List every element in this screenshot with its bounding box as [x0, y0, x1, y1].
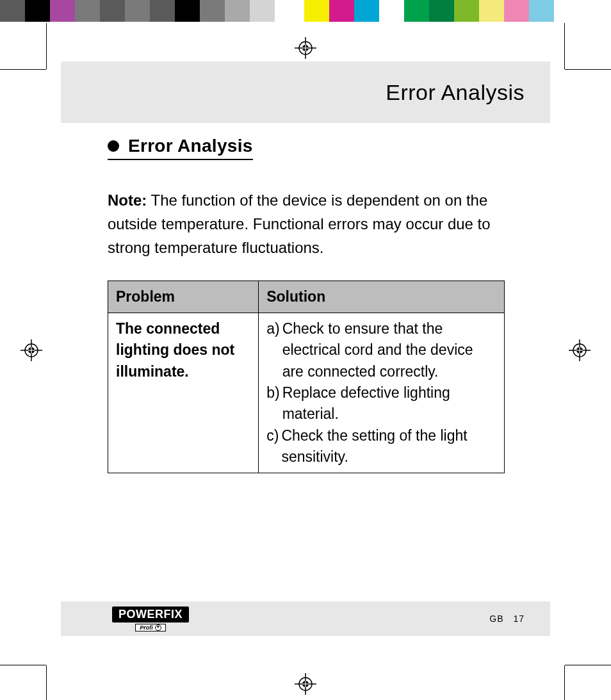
crop-mark [565, 69, 611, 70]
registration-mark-icon [295, 673, 316, 695]
crop-mark [46, 23, 47, 69]
color-swatch [300, 0, 304, 22]
color-swatch [404, 0, 429, 22]
solution-item: b) Replace defective lighting material. [266, 382, 496, 425]
brand-logo-sub: Profi + [135, 624, 166, 631]
table-row: The connected lighting does not illumina… [108, 313, 505, 473]
color-swatch [75, 0, 100, 22]
page-number: GB 17 [489, 614, 525, 624]
crop-mark [565, 665, 611, 665]
solution-text: Check to ensure that the electrical cord… [282, 318, 496, 382]
problem-cell: The connected lighting does not illumina… [108, 313, 259, 473]
color-swatch [379, 0, 404, 22]
color-swatch [25, 0, 50, 22]
color-swatch [50, 0, 75, 22]
page-header-title: Error Analysis [386, 80, 525, 105]
color-swatch [354, 0, 379, 22]
page: Error Analysis Error Analysis Note: The … [0, 0, 611, 700]
color-swatch [429, 0, 454, 22]
color-swatch [275, 0, 300, 22]
color-swatch [329, 0, 354, 22]
note-label: Note: [108, 191, 147, 209]
table-header-problem: Problem [108, 281, 259, 313]
color-swatch [529, 0, 554, 22]
bullet-icon [108, 140, 119, 152]
registration-mark-icon [20, 339, 42, 361]
color-swatch [175, 0, 200, 22]
color-swatch [200, 0, 225, 22]
table-header-solution: Solution [259, 281, 505, 313]
color-swatch [504, 0, 529, 22]
solution-prefix: c) [266, 425, 281, 468]
color-swatch [100, 0, 125, 22]
page-header: Error Analysis [61, 61, 550, 123]
color-swatch [0, 0, 25, 22]
section-heading-text: Error Analysis [128, 136, 253, 156]
solution-text: Replace defective lighting material. [282, 382, 496, 425]
section-heading: Error Analysis [108, 136, 253, 160]
solution-item: a) Check to ensure that the electrical c… [266, 318, 496, 382]
crop-mark [564, 23, 565, 69]
brand-logo-sub-text: Profi [140, 624, 153, 631]
solution-prefix: b) [266, 382, 282, 425]
brand-logo: POWERFIX Profi + [112, 606, 189, 631]
table-header-row: Problem Solution [108, 281, 505, 313]
note-paragraph: Note: The function of the device is depe… [108, 188, 505, 260]
crop-mark [0, 69, 46, 70]
color-swatch [479, 0, 504, 22]
color-swatch [150, 0, 175, 22]
plus-icon: + [155, 624, 161, 631]
color-swatch [304, 0, 329, 22]
solution-item: c) Check the setting of the light sensit… [266, 425, 496, 468]
error-table: Problem Solution The connected lighting … [108, 281, 505, 474]
solution-cell: a) Check to ensure that the electrical c… [259, 313, 505, 473]
country-code: GB [489, 614, 503, 624]
registration-mark-icon [569, 339, 591, 361]
crop-mark [564, 665, 565, 700]
color-swatch [125, 0, 150, 22]
solution-prefix: a) [266, 318, 282, 382]
crop-mark [46, 665, 47, 700]
color-swatch [250, 0, 275, 22]
registration-mark-icon [295, 37, 316, 59]
color-swatch [225, 0, 250, 22]
note-text: The function of the device is dependent … [108, 191, 491, 256]
page-num: 17 [513, 614, 525, 624]
page-footer: POWERFIX Profi + GB 17 [61, 601, 550, 636]
print-color-bar [0, 0, 611, 22]
color-swatch [454, 0, 479, 22]
brand-logo-main: POWERFIX [112, 606, 189, 623]
crop-mark [0, 665, 46, 665]
content-area: Error Analysis Note: The function of the… [108, 136, 505, 473]
solution-text: Check the setting of the light sensitivi… [281, 425, 496, 468]
color-swatch [554, 0, 579, 22]
